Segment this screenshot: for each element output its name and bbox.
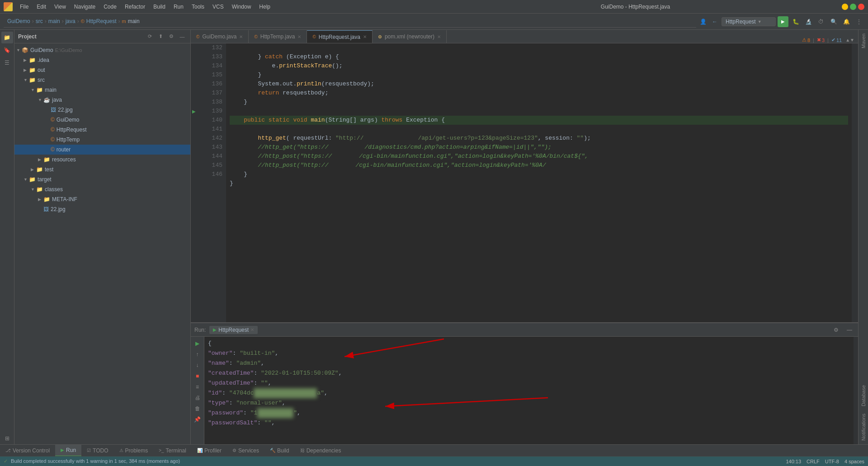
status-position[interactable]: 140:13 — [786, 459, 801, 464]
run-play-button[interactable]: ▶ — [193, 339, 203, 348]
bottom-tab-services[interactable]: ⚙ Services — [227, 445, 264, 457]
tree-item-src[interactable]: ▼ 📁 src — [14, 75, 190, 85]
run-scroll-up[interactable]: ↑ — [193, 349, 203, 359]
bottom-tab-build[interactable]: 🔨 Build — [264, 445, 295, 457]
breadcrumb-java[interactable]: java — [66, 18, 75, 24]
bottom-tab-version-control[interactable]: ⎇ Version Control — [0, 445, 55, 457]
collapse-warnings[interactable]: ▲▼ — [845, 38, 854, 42]
run-tab[interactable]: ▶ HttpRequest ✕ — [209, 326, 258, 334]
tree-item-router[interactable]: ▶ © router — [14, 145, 190, 155]
menu-run[interactable]: Run — [170, 3, 187, 11]
sidebar-structure-icon[interactable]: ☰ — [1, 57, 13, 69]
tab-guidemo[interactable]: © GuiDemo.java ✕ — [191, 30, 249, 43]
run-settings-icon[interactable]: ⚙ — [831, 325, 841, 335]
account-icon[interactable]: 👤 — [698, 17, 708, 27]
tree-item-guidemo-java[interactable]: ▶ © GuiDemo — [14, 115, 190, 125]
run-config-selector[interactable]: HttpRequest ▼ — [722, 17, 776, 26]
menu-vcs[interactable]: VCS — [209, 3, 227, 11]
breadcrumb-httprequest[interactable]: HttpRequest — [86, 18, 117, 24]
tree-item-httprequest[interactable]: ▶ © HttpRequest — [14, 125, 190, 135]
tree-item-guidemo[interactable]: ▼ 📦 GuiDemo E:\GuiDemo — [14, 45, 190, 55]
run-minimize-icon[interactable]: — — [844, 325, 854, 335]
tab-httprequest[interactable]: © HttpRequest.java ✕ — [307, 30, 372, 43]
breadcrumb-guidemo[interactable]: GuiDemo — [7, 18, 30, 24]
breadcrumb-main-method[interactable]: main — [128, 18, 140, 24]
warning-count[interactable]: ⚠ 8 — [802, 37, 810, 43]
tree-item-test[interactable]: ▶ 📁 test — [14, 165, 190, 174]
run-tab-close[interactable]: ✕ — [250, 327, 254, 332]
run-stop-button[interactable]: ■ — [193, 371, 203, 381]
navigate-back-icon[interactable]: ← — [710, 17, 720, 27]
run-scrollbar[interactable] — [854, 337, 858, 444]
menu-navigate[interactable]: Navigate — [71, 3, 99, 11]
bottom-tab-run[interactable]: ▶ Run — [55, 445, 81, 457]
notifications-button[interactable]: 🔔 — [841, 16, 852, 27]
menu-build[interactable]: Build — [150, 3, 169, 11]
code-content[interactable]: } catch (Exception e) { e.printStackTrac… — [226, 43, 852, 322]
menu-edit[interactable]: Edit — [33, 3, 50, 11]
coverage-button[interactable]: 🔬 — [803, 16, 814, 27]
search-everywhere-button[interactable]: 🔍 — [828, 16, 839, 27]
menu-help[interactable]: Help — [255, 3, 274, 11]
status-indent[interactable]: 4 spaces — [844, 459, 864, 464]
menu-view[interactable]: View — [51, 3, 70, 11]
status-linesep[interactable]: CRLF — [807, 459, 820, 464]
editor-scrollbar[interactable] — [852, 43, 858, 322]
project-minimize-icon[interactable]: — — [178, 32, 187, 41]
minimize-button[interactable] — [842, 4, 848, 10]
run-print-icon[interactable]: 🖨 — [193, 393, 203, 403]
status-encoding[interactable]: UTF-8 — [825, 459, 839, 464]
tree-item-classes[interactable]: ▼ 📁 classes — [14, 184, 190, 194]
more-actions-button[interactable]: ⋮ — [854, 16, 864, 27]
sidebar-bookmarks-icon[interactable]: 🔖 — [1, 44, 13, 56]
menu-code[interactable]: Code — [100, 3, 120, 11]
sidebar-project-icon[interactable]: 📁 — [1, 32, 13, 43]
database-label[interactable]: Database — [860, 381, 867, 410]
tree-item-target[interactable]: ▼ 📁 target — [14, 174, 190, 184]
maven-label[interactable]: Maven — [860, 30, 867, 52]
tab-close-pomxml[interactable]: ✕ — [437, 34, 441, 39]
bottom-tab-problems[interactable]: ⚠ Problems — [114, 445, 154, 457]
bottom-tab-profiler[interactable]: 📊 Profiler — [192, 445, 227, 457]
tab-close-guidemo[interactable]: ✕ — [239, 34, 243, 39]
bottom-tab-dependencies[interactable]: ⛓ Dependencies — [295, 445, 347, 457]
tree-item-main[interactable]: ▼ 📁 main — [14, 85, 190, 95]
breadcrumb-src[interactable]: src — [36, 18, 43, 24]
tab-close-httprequest[interactable]: ✕ — [363, 34, 367, 39]
tree-item-out[interactable]: ▶ 📁 out — [14, 65, 190, 75]
info-count[interactable]: ✔ 11 — [831, 37, 842, 43]
menu-tools[interactable]: Tools — [188, 3, 208, 11]
tree-item-metainf[interactable]: ▶ 📁 META-INF — [14, 194, 190, 204]
run-with-profiler-button[interactable]: ⏱ — [816, 16, 826, 27]
breadcrumb-main[interactable]: main — [48, 18, 60, 24]
bottom-tab-terminal[interactable]: >_ Terminal — [153, 445, 192, 457]
menu-window[interactable]: Window — [228, 3, 255, 11]
project-collapse-icon[interactable]: ⬆ — [156, 32, 165, 41]
tab-close-httptemp[interactable]: ✕ — [297, 34, 301, 39]
tree-item-jpg[interactable]: ▶ 🖼 22.jpg — [14, 105, 190, 115]
tree-item-resources[interactable]: ▶ 📁 resources — [14, 155, 190, 165]
run-scroll-down[interactable]: ↓ — [193, 360, 203, 370]
tree-item-java[interactable]: ▼ ☕ java — [14, 95, 190, 105]
tab-pomxml[interactable]: ⚙ pom.xml (newrouter) ✕ — [373, 30, 447, 43]
tree-item-httptemp[interactable]: ▶ © HttpTemp — [14, 135, 190, 145]
project-sync-icon[interactable]: ⟳ — [145, 32, 154, 41]
error-count[interactable]: ✖ 3 — [817, 37, 825, 43]
debug-button[interactable]: 🐛 — [790, 16, 801, 27]
project-settings-icon[interactable]: ⚙ — [167, 32, 176, 41]
bottom-tab-todo[interactable]: ☑ TODO — [81, 445, 113, 457]
tree-item-jpg-target[interactable]: ▶ 🖼 22.jpg — [14, 204, 190, 214]
code-editor[interactable]: ▶ 132 133 134 135 136 — [191, 43, 858, 322]
notifications-label[interactable]: Notifications — [860, 410, 867, 444]
run-pin-icon[interactable]: 📌 — [193, 414, 203, 424]
maximize-button[interactable] — [850, 4, 856, 10]
sidebar-bottom-icon[interactable]: ⊞ — [1, 433, 13, 444]
run-wrap-icon[interactable]: ≡ — [193, 382, 203, 392]
menu-refactor[interactable]: Refactor — [121, 3, 149, 11]
run-clear-icon[interactable]: 🗑 — [193, 404, 203, 414]
tree-item-idea[interactable]: ▶ 📁 .idea — [14, 55, 190, 65]
run-button[interactable]: ▶ — [778, 16, 788, 27]
menu-file[interactable]: File — [16, 3, 32, 11]
tab-httptemp[interactable]: © HttpTemp.java ✕ — [249, 30, 307, 43]
close-button[interactable] — [858, 4, 864, 10]
